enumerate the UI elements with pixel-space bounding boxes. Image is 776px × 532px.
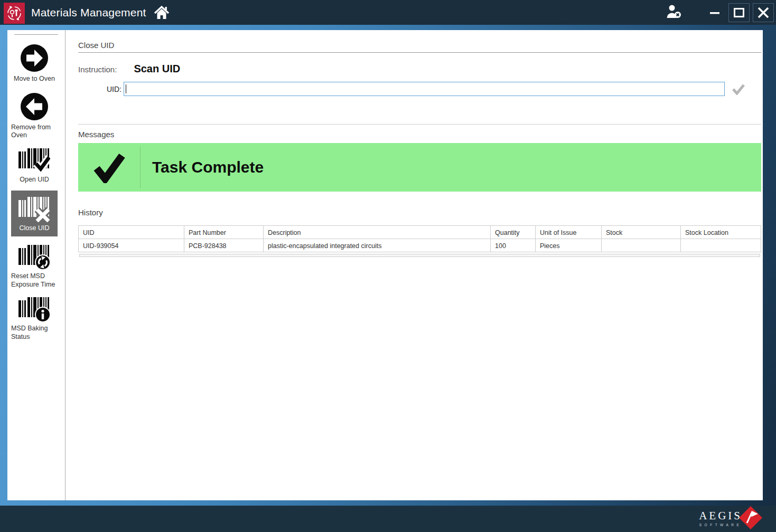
history-header-row: UIDPart NumberDescriptionQuantityUnit of… [79,226,761,239]
sidebar-divider [14,34,58,35]
sidebar-item-open-uid[interactable]: Open UID [11,148,58,184]
history-col-header[interactable]: Stock Location [681,226,761,239]
barcode-info-icon [11,297,58,322]
barcode-refresh-icon [11,245,58,270]
history-row[interactable]: UID-939054PCB-928438plastic-encapsulated… [79,239,761,252]
banner-divider [140,146,141,188]
move-to-oven-icon [11,43,58,73]
sidebar-item-remove-from-oven[interactable]: Remove from Oven [11,92,58,140]
minimize-icon [710,8,719,17]
history-cell: Pieces [536,239,602,252]
close-icon [758,7,769,18]
history-table: UIDPart NumberDescriptionQuantityUnit of… [78,225,761,252]
instruction-label: Instruction: [78,65,117,74]
uid-input[interactable] [124,82,725,96]
history-col-header[interactable]: UID [79,226,184,239]
uid-label: UID: [78,85,121,93]
sidebar-item-label: Move to Oven [14,75,55,83]
sidebar-item-label: Remove from Oven [11,124,58,140]
title-underline [78,52,761,53]
minimize-button[interactable] [704,3,725,22]
sign-out-user-button[interactable] [665,4,683,22]
history-col-header[interactable]: Quantity [491,226,536,239]
task-complete-check-icon [92,151,125,183]
history-cell [602,239,681,252]
sidebar: Move to Oven Remove from Oven Open UID C… [7,30,66,500]
messages-title: Messages [78,130,761,139]
text-caret [126,84,126,93]
home-icon [154,5,170,20]
footer: AEGIS SOFTWARE [0,506,776,532]
section-separator [78,124,761,125]
aegis-brand: AEGIS SOFTWARE [699,505,763,530]
window-frame: Move to Oven Remove from Oven Open UID C… [0,25,776,506]
user-x-icon [665,4,683,20]
confirm-uid-button[interactable] [732,83,745,95]
sidebar-item-reset-msd-exposure-time[interactable]: Reset MSD Exposure Time [11,245,58,289]
banner-text: Task Complete [152,158,264,176]
history-cell [681,239,761,252]
history-title: History [78,208,761,217]
sidebar-item-label: MSD Baking Status [11,325,58,341]
home-button[interactable] [154,5,170,20]
maximize-icon [734,8,744,17]
history-cell: UID-939054 [79,239,184,252]
app-title: Materials Management [31,6,146,19]
sidebar-item-label: Close UID [20,224,50,233]
instruction-value: Scan UID [134,63,180,75]
history-hscrollbar[interactable] [79,254,760,257]
confirm-check-icon [732,83,745,95]
remove-from-oven-icon [11,92,58,121]
page-title: Close UID [78,41,761,50]
maximize-button[interactable] [728,3,750,22]
barcode-x-icon [11,197,58,222]
main-panel: Close UID Instruction: Scan UID UID: Mes… [66,30,763,500]
history-col-header[interactable]: Unit of Issue [536,226,602,239]
history-col-header[interactable]: Part Number [184,226,264,239]
history-col-header[interactable]: Description [264,226,491,239]
sidebar-item-close-uid[interactable]: Close UID [11,191,58,237]
sidebar-item-msd-baking-status[interactable]: MSD Baking Status [11,297,58,341]
close-button[interactable] [753,3,774,22]
history-cell: plastic-encapsulated integrated circuits [264,239,491,252]
history-col-header[interactable]: Stock [602,226,681,239]
sidebar-item-label: Reset MSD Exposure Time [11,272,58,289]
barcode-check-icon [11,148,58,174]
title-bar: Materials Management [0,0,776,25]
history-cell: PCB-928438 [184,239,264,252]
sidebar-item-label: Open UID [20,176,49,184]
brand-name: AEGIS [699,509,742,522]
history-cell: 100 [491,239,536,252]
brand-subtitle: SOFTWARE [699,523,742,527]
app-logo-icon [4,3,25,24]
task-complete-banner: Task Complete [78,143,761,192]
sidebar-item-move-to-oven[interactable]: Move to Oven [11,43,58,83]
